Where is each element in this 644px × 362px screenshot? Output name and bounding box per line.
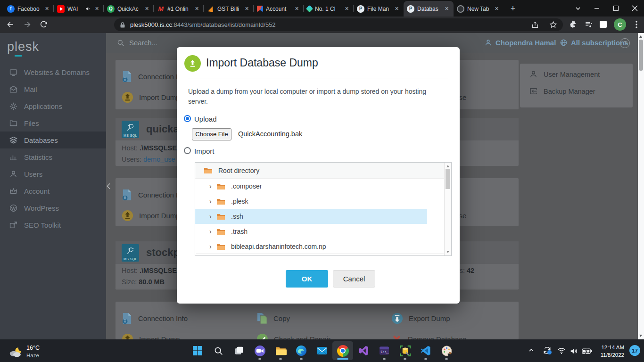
sidebar-item-statistics[interactable]: Statistics	[0, 148, 106, 165]
extension-square-icon[interactable]	[600, 21, 607, 28]
sidebar-item-users[interactable]: Users	[0, 165, 106, 182]
import-radio-label[interactable]: Import	[194, 147, 215, 155]
cancel-button[interactable]: Cancel	[333, 270, 375, 288]
tree-row--composer[interactable]: ›.composer	[195, 179, 451, 194]
volume-icon[interactable]	[570, 347, 578, 357]
browser-tab[interactable]: PFile Man×	[354, 1, 404, 16]
tree-row--trash[interactable]: ›.trash	[195, 224, 451, 239]
taskbar-app-paint[interactable]	[436, 341, 457, 360]
tree-scrollbar-down-arrow[interactable]	[446, 251, 449, 253]
db-user-link[interactable]: demo_use	[143, 156, 175, 163]
scrollbar-thumb[interactable]	[639, 40, 643, 71]
db-action-import-dump[interactable]: Import Dump	[122, 333, 180, 339]
tree-scrollbar[interactable]	[444, 163, 451, 255]
taskbar-clock[interactable]: 12:14 AM 11/8/2022	[601, 344, 624, 359]
taskbar-app-start[interactable]	[187, 341, 208, 360]
db-action-connection-info[interactable]: Connection Info	[122, 312, 188, 324]
taskbar-app-edge[interactable]	[291, 341, 312, 360]
bookmark-star-icon[interactable]	[549, 21, 557, 29]
scrollbar-down-arrow[interactable]	[639, 335, 642, 337]
tab-close-icon[interactable]: ×	[143, 5, 150, 12]
panel-link-user-management[interactable]: User Management	[529, 70, 600, 78]
browser-menu-icon[interactable]	[633, 20, 640, 31]
chevron-right-icon[interactable]: ›	[209, 243, 216, 250]
tree-scrollbar-thumb[interactable]	[446, 169, 450, 189]
taskbar-app-vscode[interactable]	[415, 341, 436, 360]
tree-row--plesk[interactable]: ›.plesk	[195, 194, 451, 209]
taskbar-app-chat[interactable]	[249, 341, 270, 360]
tab-search-icon[interactable]	[569, 0, 587, 16]
search-input[interactable]: Search...	[117, 39, 157, 47]
close-window-button[interactable]	[625, 0, 644, 16]
tab-close-icon[interactable]: ×	[443, 5, 450, 12]
share-icon[interactable]	[531, 21, 539, 29]
taskbar-app-chrome[interactable]	[332, 341, 353, 360]
choose-file-button[interactable]: Choose File	[192, 128, 231, 140]
db-action-export-dump[interactable]: Export Dump	[391, 312, 450, 324]
sidebar-item-seo-toolkit[interactable]: SEO Toolkit	[0, 216, 106, 233]
browser-tab[interactable]: No. 1 Cl×	[304, 1, 354, 16]
onedrive-sync-icon[interactable]	[543, 346, 552, 357]
refresh-button[interactable]	[40, 20, 48, 31]
forward-button[interactable]	[23, 20, 32, 31]
browser-tab[interactable]: PDatabas×	[404, 1, 454, 16]
all-subscriptions-link[interactable]: All subscriptions	[560, 39, 628, 47]
browser-tab[interactable]: WAI×	[54, 1, 104, 16]
minimize-button[interactable]	[587, 0, 606, 16]
db-action-check-and-repair[interactable]: Check and Repair	[256, 333, 330, 339]
chevron-right-icon[interactable]: ›	[209, 228, 216, 235]
panel-link-backup-manager[interactable]: Backup Manager	[529, 87, 595, 95]
taskbar-app-mail[interactable]	[312, 341, 332, 360]
notification-badge[interactable]: 17	[629, 345, 640, 356]
browser-tab[interactable]: New Tab×	[454, 1, 504, 16]
restore-button[interactable]	[606, 0, 625, 16]
upload-radio[interactable]	[184, 115, 191, 122]
scrollbar-up-arrow[interactable]	[639, 35, 642, 38]
back-button[interactable]	[6, 20, 15, 31]
chevron-right-icon[interactable]: ›	[209, 197, 216, 205]
tab-close-icon[interactable]: ×	[43, 5, 50, 12]
browser-tab[interactable]: QQuickAc×	[104, 1, 154, 16]
taskbar-app-search[interactable]	[208, 341, 229, 360]
sidebar-item-account[interactable]: Account	[0, 182, 106, 199]
url-bar[interactable]: plesk5000.is.cc:8443/smb/database/list/d…	[114, 18, 563, 31]
ok-button[interactable]: OK	[286, 270, 328, 288]
lock-icon[interactable]	[120, 22, 125, 28]
taskbar-app-taskview[interactable]	[229, 341, 249, 360]
tree-row-root-directory[interactable]: Root directory	[195, 163, 451, 179]
tab-close-icon[interactable]: ×	[493, 5, 500, 12]
tree-row-bibleapi-darshaninfotech-com-np[interactable]: ›bibleapi.darshaninfotech.com.np	[195, 239, 451, 254]
taskbar-app-sqltool[interactable]	[395, 341, 415, 360]
browser-tab[interactable]: Account×	[254, 1, 304, 16]
tab-audio-icon[interactable]	[85, 6, 91, 11]
new-tab-button[interactable]: +	[506, 2, 520, 15]
extensions-puzzle-icon[interactable]	[569, 20, 577, 31]
sidebar-item-applications[interactable]: Applications	[0, 98, 106, 115]
tree-row--ssh[interactable]: ›.ssh	[195, 209, 451, 224]
page-scrollbar[interactable]	[638, 33, 644, 339]
taskbar-app-explorer[interactable]	[270, 341, 291, 360]
tree-scrollbar-up-arrow[interactable]	[446, 165, 449, 167]
battery-icon[interactable]	[582, 348, 592, 356]
taskbar-app-visualstudio[interactable]	[353, 341, 374, 360]
chevron-right-icon[interactable]: ›	[209, 182, 216, 190]
sidebar-item-websites-domains[interactable]: Websites & Domains	[0, 64, 106, 81]
sidebar-item-wordpress[interactable]: WordPress	[0, 199, 106, 216]
playlist-extension-icon[interactable]	[585, 20, 593, 31]
tab-close-icon[interactable]: ×	[343, 5, 350, 12]
db-action-copy[interactable]: Copy	[256, 312, 290, 324]
tab-close-icon[interactable]: ×	[93, 5, 100, 12]
tab-close-icon[interactable]: ×	[293, 5, 300, 12]
browser-tab[interactable]: fFaceboo×	[4, 1, 54, 16]
db-action-import-dump[interactable]: Import Dump	[122, 91, 180, 103]
chevron-right-icon[interactable]: ›	[209, 213, 216, 220]
db-action-remove-database[interactable]: Remove Database	[391, 333, 466, 339]
profile-avatar[interactable]: C	[614, 18, 626, 31]
tab-close-icon[interactable]: ×	[243, 5, 250, 12]
help-icon[interactable]: ?	[620, 38, 630, 48]
tab-close-icon[interactable]: ×	[393, 5, 400, 12]
sidebar-item-databases[interactable]: Databases	[0, 132, 106, 148]
wifi-icon[interactable]	[557, 347, 566, 356]
import-radio[interactable]	[184, 147, 191, 154]
sidebar-item-mail[interactable]: Mail	[0, 81, 106, 98]
